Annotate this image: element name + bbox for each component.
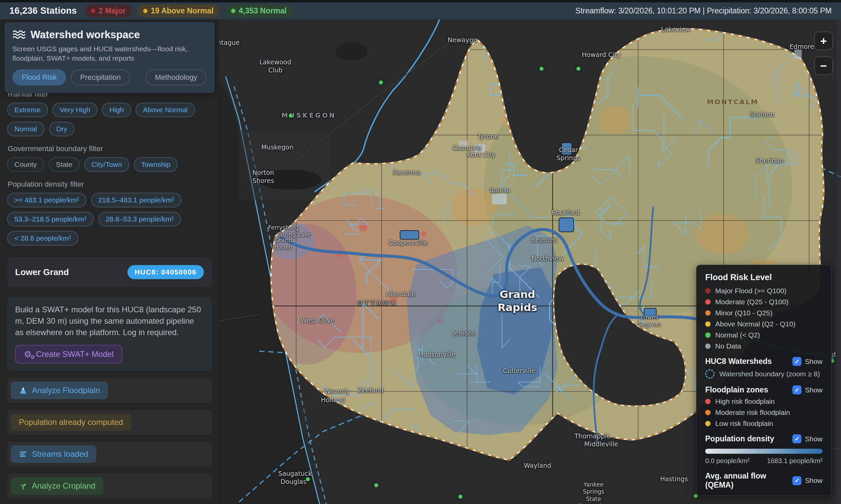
zoom-in-button[interactable]: + xyxy=(814,32,833,50)
action-row: Analyze Cropland xyxy=(7,473,212,498)
legend-item: Moderate (Q25 - Q100) xyxy=(705,298,823,306)
rainfall-filter-chips: ExtremeVery HighHighAbove NormalNormalDr… xyxy=(7,103,212,137)
map-edge-strip xyxy=(836,19,841,504)
huc8-badge: HUC8: 04050006 xyxy=(127,265,204,279)
density-chip-53-3-218-5-people-km[interactable]: 53.3–218.5 people/km² xyxy=(7,212,94,227)
analyze-cropland-button[interactable]: Analyze Cropland xyxy=(11,477,103,494)
boundary-chip-city-town[interactable]: City/Town xyxy=(84,157,129,172)
density-chip-28-8-53-3-people-km[interactable]: 28.8–53.3 people/km² xyxy=(98,212,181,227)
population-section-title: Population density xyxy=(705,434,774,443)
action-row: Analyze Floodplain xyxy=(7,378,212,403)
legend-item: Moderate risk floodplain xyxy=(705,409,823,416)
watershed-boundary-icon xyxy=(704,368,716,380)
status-dot-icon xyxy=(143,9,147,13)
legend-item: No Data xyxy=(705,342,823,350)
floodplain-items: High risk floodplainModerate risk floodp… xyxy=(705,397,823,428)
watershed-app: 16,236 Stations 2 Major19 Above Normal4,… xyxy=(0,0,841,504)
action-row: Population already computed xyxy=(7,410,212,435)
tab-flood-risk[interactable]: Flood Risk xyxy=(13,69,66,86)
boundary-chip-county[interactable]: County xyxy=(7,157,44,172)
rainfall-chip-normal[interactable]: Normal xyxy=(7,122,45,137)
page-title: Watershed workspace xyxy=(31,29,140,41)
rainfall-chip-high[interactable]: High xyxy=(102,103,131,117)
status-badges: 2 Major19 Above Normal4,353 Normal xyxy=(85,4,293,17)
legend-dot-icon xyxy=(705,410,711,415)
legend-dot-icon xyxy=(705,299,711,305)
boundary-chip-township[interactable]: Township xyxy=(134,157,178,172)
legend-item: Normal (< Q2) xyxy=(705,331,823,339)
status-dot-icon xyxy=(231,9,235,13)
density-max: 1683.1 people/km² xyxy=(767,457,823,465)
gears-icon: ⚙⚙ xyxy=(24,350,32,359)
density-chip-483-1-people-km[interactable]: >= 483.1 people/km² xyxy=(7,193,87,208)
rainfall-chip-very-high[interactable]: Very High xyxy=(52,103,98,117)
streams-icon xyxy=(19,450,28,458)
tab-precipitation[interactable]: Precipitation xyxy=(71,69,130,86)
legend-item: Major Flood (>= Q100) xyxy=(705,287,823,295)
legend-dot-icon xyxy=(705,288,711,293)
flow-show-label: Show xyxy=(805,476,823,485)
population-show-checkbox[interactable]: ✓ xyxy=(792,434,802,443)
legend-dot-icon xyxy=(705,343,711,349)
legend-dot-icon xyxy=(705,310,711,316)
create-swat-label: Create SWAT+ Model xyxy=(36,349,113,359)
population-already-computed-button[interactable]: Population already computed xyxy=(11,414,131,431)
mountain-icon xyxy=(19,386,28,395)
flow-section-title: Avg. annual flow (QEMA) xyxy=(705,471,792,490)
watershed-boundary-label: Watershed boundary (zoom ≥ 8) xyxy=(719,370,820,378)
legend-dot-icon xyxy=(705,421,711,426)
density-filter-chips: >= 483.1 people/km²218.5–483.1 people/km… xyxy=(7,193,212,246)
sidebar: Rainfall filter ExtremeVery HighHighAbov… xyxy=(0,19,219,504)
rainfall-chip-extreme[interactable]: Extreme xyxy=(7,103,48,117)
population-density-gradient[interactable] xyxy=(705,449,823,454)
huc8-show-checkbox[interactable]: ✓ xyxy=(792,357,802,366)
swat-card: Build a SWAT+ model for this HUC8 (lands… xyxy=(7,296,212,371)
action-row: Streams loaded xyxy=(7,442,212,466)
map-legend: Flood Risk Level Major Flood (>= Q100)Mo… xyxy=(696,265,831,496)
huc-name: Lower Grand xyxy=(15,267,69,277)
analyze-floodplain-button[interactable]: Analyze Floodplain xyxy=(11,382,108,399)
boundary-filter-chips: CountyStateCity/TownTownship xyxy=(7,157,212,172)
seedling-icon xyxy=(19,482,28,490)
swat-description: Build a SWAT+ model for this HUC8 (lands… xyxy=(15,304,204,338)
tab-methodology[interactable]: Methodology xyxy=(145,69,207,86)
status-badge: 4,353 Normal xyxy=(225,4,293,17)
legend-item: Above Normal (Q2 - Q10) xyxy=(705,320,823,328)
floodplain-show-label: Show xyxy=(805,386,823,394)
density-chip-28-8-people-km[interactable]: < 28.8 people/km² xyxy=(7,231,78,246)
huc-card: Lower Grand HUC8: 04050006 xyxy=(7,257,212,287)
page-subtitle: Screen USGS gages and HUC8 watersheds—fl… xyxy=(13,44,207,63)
flow-show-checkbox[interactable]: ✓ xyxy=(792,476,802,485)
flood-risk-items: Major Flood (>= Q100)Moderate (Q25 - Q10… xyxy=(705,287,823,350)
boundary-filter-label: Governmental boundary filter xyxy=(8,144,212,153)
map-canvas[interactable]: MontagueLakewood ClubNewaygoHoward CityL… xyxy=(219,19,841,504)
zoom-controls: + − xyxy=(814,32,833,75)
zoom-out-button[interactable]: − xyxy=(814,56,833,75)
floodplain-show-checkbox[interactable]: ✓ xyxy=(792,385,802,394)
rainfall-chip-dry[interactable]: Dry xyxy=(49,122,75,137)
data-timestamps: Streamflow: 3/20/2026, 10:01:20 PM | Pre… xyxy=(575,6,831,15)
legend-item: Low risk floodplain xyxy=(705,419,823,428)
streams-loaded-button[interactable]: Streams loaded xyxy=(11,445,96,463)
rainfall-chip-above-normal[interactable]: Above Normal xyxy=(136,103,195,117)
stations-count: 16,236 Stations xyxy=(10,6,77,16)
density-min: 0.0 people/km² xyxy=(705,457,750,465)
density-filter-label: Population density filter xyxy=(8,180,212,189)
tab-bar: Flood RiskPrecipitationMethodology xyxy=(13,69,207,86)
boundary-chip-state[interactable]: State xyxy=(49,157,80,172)
legend-dot-icon xyxy=(705,399,711,404)
workspace-header: Watershed workspace Screen USGS gages an… xyxy=(4,22,215,93)
status-badge: 2 Major xyxy=(85,4,132,17)
legend-title: Flood Risk Level xyxy=(705,272,823,282)
status-dot-icon xyxy=(91,9,95,13)
legend-item: Minor (Q10 - Q25) xyxy=(705,309,823,317)
huc8-section-title: HUC8 Watersheds xyxy=(705,357,772,366)
status-badge: 19 Above Normal xyxy=(137,4,220,17)
density-chip-218-5-483-1-people-km[interactable]: 218.5–483.1 people/km² xyxy=(91,193,182,208)
create-swat-button[interactable]: ⚙⚙ Create SWAT+ Model xyxy=(15,345,122,364)
legend-dot-icon xyxy=(705,321,711,327)
huc8-show-label: Show xyxy=(805,358,823,365)
waves-icon xyxy=(13,29,26,40)
floodplain-section-title: Floodplain zones xyxy=(705,385,768,394)
legend-item: High risk floodplain xyxy=(705,397,823,406)
